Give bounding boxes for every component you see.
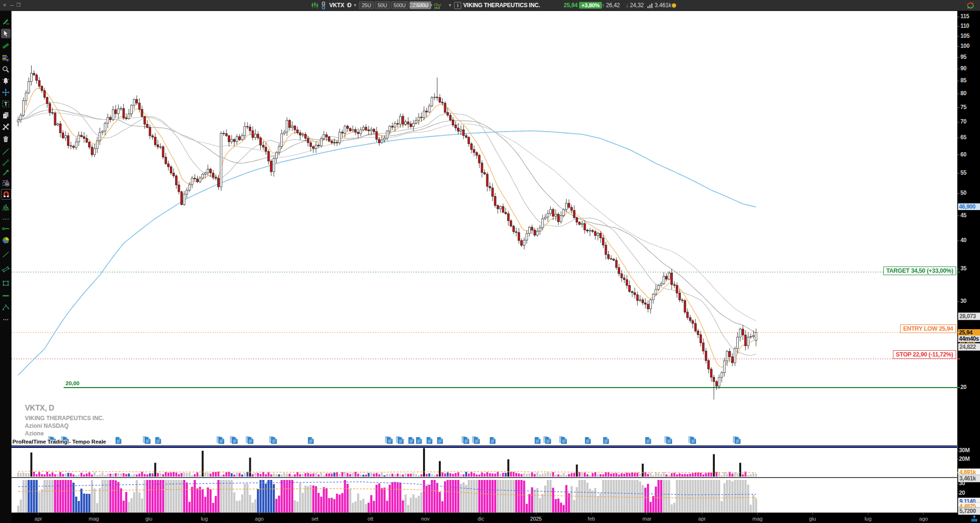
zoom-tool[interactable] [1,65,11,74]
news-icon[interactable] [387,437,393,446]
stop-level-label[interactable]: STOP 22,90 (-11,72%) [893,350,956,359]
zoom-preset-button[interactable]: 50U [375,1,390,9]
colors-tool[interactable] [1,235,11,245]
price-axis-label: 35 [960,265,967,272]
watchlist-tool[interactable]: F [1,53,11,63]
symbol-dropdown[interactable]: VKTX▼ [329,0,350,11]
trendline2-tool[interactable] [1,250,11,259]
time-axis-label: giu [145,516,153,522]
time-axis-label: feb [588,516,595,522]
close-icon[interactable]: × [3,0,6,11]
news-icon[interactable] [690,437,696,446]
measure-tool[interactable] [1,41,11,51]
zoom-preset-button[interactable]: 500U [391,1,409,9]
magnet-tool[interactable] [1,189,11,200]
news-icon[interactable] [535,437,541,446]
rectangle-tool[interactable] [1,278,11,288]
horizontal-line-tool[interactable] [1,224,11,234]
news-icon[interactable] [398,437,404,446]
time-axis-label: dic [478,516,484,522]
dashed-line-tool[interactable] [1,214,11,224]
price-axis-label: 55 [960,169,967,176]
price-axis-label: 45 [960,212,967,219]
entry-level-label[interactable]: ENTRY LOW 25,94 [900,324,956,333]
time-axis-label: apr [34,516,42,522]
support-level-label[interactable]: 20,00 [66,380,79,386]
alerts-tool[interactable] [1,76,11,86]
delete-tool[interactable] [1,134,11,144]
news-icon[interactable] [474,437,480,446]
down-arrow-icon: ↓ [626,2,628,8]
fan-tool[interactable] [1,203,11,212]
volume-axis-label: 30M [959,447,969,454]
trendline-tool[interactable] [1,147,11,156]
news-icon[interactable] [490,437,496,446]
news-icon[interactable] [645,437,651,446]
refresh-icon[interactable] [966,0,975,11]
time-axis-label: mag [89,516,99,522]
instrument-title: VIKING THERAPEUTICS INC. [463,0,540,11]
text-tool[interactable]: T [1,99,11,109]
news-icon[interactable] [666,437,672,446]
more-tools[interactable] [1,315,11,324]
news-icon[interactable] [271,437,277,446]
news-icon[interactable] [545,437,551,446]
segment-tool[interactable] [1,158,11,167]
volume-badge: 3,461k [958,475,980,482]
timeframe-dropdown[interactable]: D▼ [347,0,357,11]
news-icon[interactable] [408,437,414,446]
chart-subtitle: VIKING THERAPEUTICS INC. [25,415,104,421]
news-icon[interactable] [561,437,567,446]
news-icon[interactable] [603,437,609,446]
news-icon[interactable] [232,437,238,446]
draw-tool[interactable] [1,16,11,26]
price-axis-badge: 24,822 [958,343,980,351]
price-axis-badge: 28,073 [958,312,980,320]
go-to-latest-button[interactable] [970,514,978,523]
news-icon[interactable] [437,437,443,446]
chart-style-icon[interactable] [434,0,442,11]
restore-icon[interactable]: ❐ [16,0,21,11]
change-badge: +3,80% [579,0,602,11]
news-icon[interactable] [247,437,254,446]
price-axis-label: 95 [960,54,967,60]
info-icon[interactable]: i [454,0,461,11]
news-icon[interactable] [585,437,591,446]
arrow-tool[interactable] [1,168,11,178]
news-icon[interactable] [308,437,314,446]
price-axis-label: 40 [960,237,967,244]
price-axis-label: 115 [960,13,969,20]
news-icon[interactable] [218,437,224,446]
move-tool[interactable] [1,88,11,97]
settings-tool[interactable] [1,122,11,132]
target-level-label[interactable]: TARGET 34,50 (+33,00%) [883,267,956,275]
volume-bars-icon [647,0,653,11]
news-icon[interactable] [735,437,741,446]
svg-text:T: T [4,101,8,107]
price-axis-label: 90 [960,65,967,72]
news-icon[interactable] [463,437,469,446]
ai-trendline-tool[interactable]: IA [1,178,11,188]
time-axis-label: nov [421,516,430,522]
price-axis-label: 110 [960,22,969,29]
duplicate-tool[interactable] [1,111,11,120]
link-icon[interactable] [320,0,327,11]
chart-title: VKTX, D [25,404,104,412]
thick-line-tool[interactable] [1,291,11,300]
news-icon[interactable] [155,437,161,446]
minimize-icon[interactable]: – [10,0,13,11]
news-icon[interactable] [145,437,151,446]
price-axis-label: 30 [960,298,967,304]
range-dropdown[interactable]: 2.500U▼ [410,0,433,11]
news-icon[interactable] [416,437,422,446]
chevron-down-icon[interactable]: ▼ [446,0,452,11]
cursor-tool[interactable] [1,29,11,38]
channel-tool[interactable] [1,264,11,274]
arc-tool[interactable] [1,302,11,312]
news-icon[interactable] [115,437,122,446]
news-icon[interactable] [426,437,433,446]
candles-icon [311,0,319,11]
zoom-preset-button[interactable]: 25U [359,1,374,9]
price-axis-badge: 44m40s [958,335,980,342]
price-axis-label: 70 [960,118,967,125]
